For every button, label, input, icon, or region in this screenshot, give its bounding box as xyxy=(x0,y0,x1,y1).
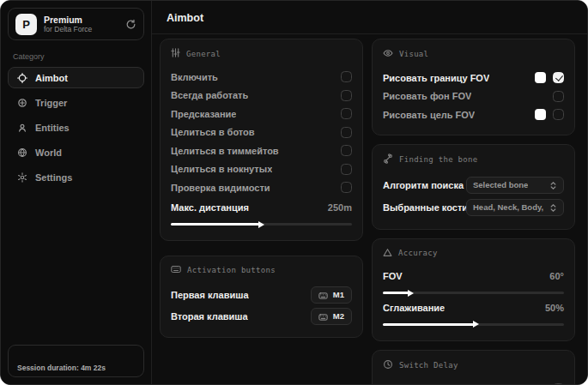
section-title: Visual xyxy=(399,50,428,58)
fov-slider[interactable] xyxy=(383,292,564,294)
content: General Включить Всегда работать Предска… xyxy=(152,34,587,384)
brand-name: Premium xyxy=(44,15,118,26)
row-label: Вторая клавиша xyxy=(171,311,248,322)
scope-icon xyxy=(17,98,27,108)
row-label: Проверка видимости xyxy=(171,183,270,193)
slider-fill xyxy=(383,323,474,326)
section-title: General xyxy=(186,50,221,58)
category-label: Category xyxy=(13,52,139,61)
sidebar-item-settings[interactable]: Settings xyxy=(8,166,144,188)
gear-icon xyxy=(17,172,27,183)
unfold-icon xyxy=(549,200,557,215)
toggle-row-prediction: Предсказание xyxy=(171,105,352,123)
sidebar-item-label: Trigger xyxy=(35,98,67,108)
max-distance-row: Макс. дистанция 250m xyxy=(171,199,352,218)
globe-icon xyxy=(17,147,27,158)
row-label: Рисовать фон FOV xyxy=(383,91,471,101)
clock-icon xyxy=(383,359,393,371)
row-label: Целиться в нокнутых xyxy=(171,164,272,174)
section-title: Accuracy xyxy=(398,249,438,257)
bone-header: Finding the bone xyxy=(383,153,564,165)
toggle-row-target-bots: Целиться в ботов xyxy=(171,123,352,142)
visual-card: Visual Рисовать границу FOV Рисовать фон… xyxy=(372,39,575,135)
checkbox-fov-border[interactable] xyxy=(553,72,564,83)
keyboard-icon xyxy=(318,309,328,324)
checkbox-fov-background[interactable] xyxy=(553,91,564,102)
sidebar-item-trigger[interactable]: Trigger xyxy=(8,92,144,113)
page-title: Aimbot xyxy=(152,1,587,34)
sidebar-item-aimbot[interactable]: Aimbot xyxy=(8,67,144,88)
sliders-icon xyxy=(171,48,180,59)
dropdown-value: Selected bone xyxy=(473,180,528,189)
checkbox-enable[interactable] xyxy=(341,71,352,82)
visual-row-fov-border: Рисовать границу FOV xyxy=(383,69,564,87)
visual-header: Visual xyxy=(383,48,564,60)
slider-fill xyxy=(383,292,409,294)
sidebar-item-label: Aimbot xyxy=(35,73,68,83)
checkbox-fov-target[interactable] xyxy=(553,109,564,120)
max-distance-value: 250m xyxy=(328,202,352,213)
activation-header: Activation buttons xyxy=(171,265,352,275)
bone-algorithm-dropdown[interactable]: Selected bone xyxy=(466,177,564,194)
right-column: Visual Рисовать границу FOV Рисовать фон… xyxy=(372,39,575,384)
license-card: P Premium for Delta Force xyxy=(8,8,144,40)
section-title: Activation buttons xyxy=(187,266,276,274)
keybind-button-primary[interactable]: M1 xyxy=(311,286,352,304)
session-duration: Session duration: 4m 22s xyxy=(17,364,106,372)
general-header: General xyxy=(171,48,352,59)
accuracy-card: Accuracy FOV 60° Сглаживание xyxy=(372,238,575,341)
sidebar-spacer xyxy=(8,191,144,345)
sidebar-item-entities[interactable]: Entities xyxy=(8,117,144,138)
color-swatch[interactable] xyxy=(535,109,546,120)
sidebar: P Premium for Delta Force Category Aimbo… xyxy=(1,1,152,384)
checkbox-switch-delay[interactable] xyxy=(553,383,564,384)
checkbox-visibility-check[interactable] xyxy=(341,182,352,193)
unfold-icon xyxy=(549,177,557,193)
brand-subtitle: for Delta Force xyxy=(44,25,118,33)
row-label: Целиться в тиммейтов xyxy=(171,146,279,156)
refresh-icon[interactable] xyxy=(125,19,136,30)
keybind-row-primary: Первая клавиша M1 xyxy=(171,284,352,305)
visual-controls xyxy=(535,72,564,83)
fov-value: 60° xyxy=(549,271,564,281)
keybind-button-secondary[interactable]: M2 xyxy=(311,308,352,325)
row-label: Выбранные кости xyxy=(383,202,466,213)
checkbox-target-teammates[interactable] xyxy=(341,145,352,156)
smoothing-group: Сглаживание 50% xyxy=(383,298,564,326)
brand-logo: P xyxy=(15,14,37,35)
row-label: Макс. дистанция xyxy=(171,202,249,213)
selected-bones-dropdown[interactable]: Head, Neck, Body, Pe.. xyxy=(466,199,564,216)
toggle-row-enable: Включить xyxy=(171,68,352,87)
smoothing-slider[interactable] xyxy=(383,323,564,326)
row-label: Всегда работать xyxy=(171,90,248,100)
bone-icon xyxy=(383,153,393,165)
checkbox-always-work[interactable] xyxy=(341,90,352,101)
eye-icon xyxy=(383,48,393,60)
row-label: Первая клавиша xyxy=(171,290,249,300)
sidebar-item-world[interactable]: World xyxy=(8,141,144,163)
checkbox-prediction[interactable] xyxy=(341,108,352,119)
row-label: Рисовать границу FOV xyxy=(383,73,489,83)
sidebar-item-label: Settings xyxy=(35,172,72,183)
toggle-row-visibility-check: Проверка видимости xyxy=(171,178,352,197)
row-label: Включить xyxy=(171,72,218,82)
checkbox-target-bots[interactable] xyxy=(341,127,352,138)
visual-controls xyxy=(535,109,564,120)
row-label: Алгоритм поиска костей xyxy=(383,180,466,190)
toggle-row-target-teammates: Целиться в тиммейтов xyxy=(171,141,352,160)
max-distance-slider[interactable] xyxy=(171,223,352,226)
switch-delay-card: Switch Delay Задержка переключения Задер… xyxy=(372,350,575,385)
section-title: Finding the bone xyxy=(399,155,478,164)
accuracy-header: Accuracy xyxy=(383,248,564,259)
sidebar-item-label: World xyxy=(35,147,62,158)
row-label: FOV xyxy=(383,271,403,281)
keybind-value: M2 xyxy=(333,311,344,321)
visual-controls xyxy=(553,91,564,102)
color-swatch[interactable] xyxy=(535,72,546,83)
switch-delay-toggle-row: Задержка переключения xyxy=(383,380,564,385)
keybind-row-secondary: Вторая клавиша M2 xyxy=(171,305,352,327)
checkbox-target-knocked[interactable] xyxy=(341,164,352,175)
row-label: Сглаживание xyxy=(383,303,445,313)
activation-card: Activation buttons Первая клавиша M1 xyxy=(160,256,363,338)
crosshair-icon xyxy=(17,73,27,83)
